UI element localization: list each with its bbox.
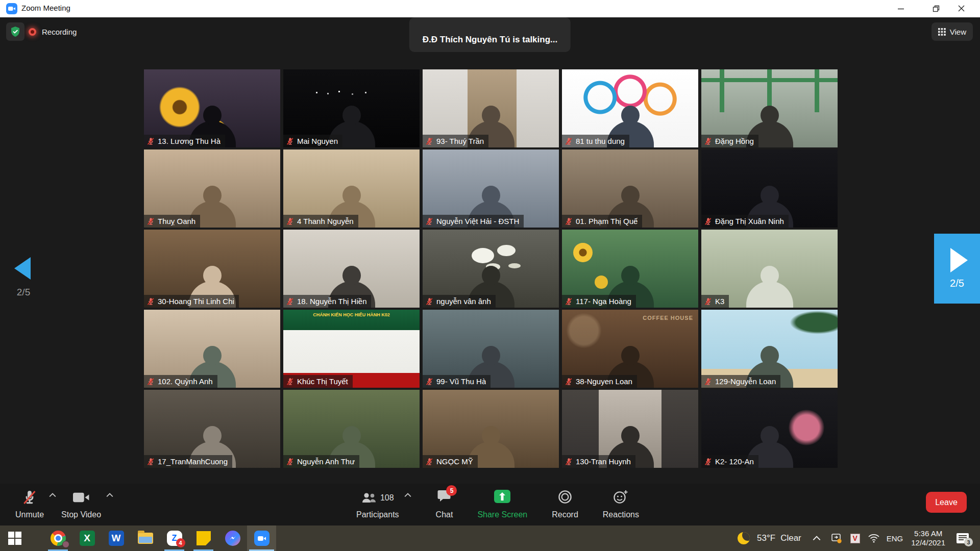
participant-name-tag: 30-Hoang Thi Linh Chi — [144, 295, 239, 308]
taskbar-messenger[interactable] — [218, 525, 247, 551]
participant-name: 99- Vũ Thu Hà — [436, 377, 486, 386]
participant-tile[interactable]: 130-Tran Huynh — [562, 390, 698, 468]
person-silhouette-head — [203, 186, 222, 205]
participant-tile[interactable]: 01. Phạm Thị Quế — [562, 149, 698, 228]
restore-button[interactable] — [924, 0, 948, 17]
muted-mic-icon — [426, 458, 433, 466]
taskbar-zalo[interactable]: Z 4 — [160, 525, 189, 551]
person-silhouette-head — [482, 266, 500, 285]
stop-video-button[interactable]: Stop Video — [61, 489, 101, 519]
person-silhouette-head — [342, 106, 361, 125]
participant-name: 17_TranManhCuong — [158, 457, 228, 466]
previous-page-arrow[interactable] — [14, 257, 31, 280]
window-title: Zoom Meeting — [21, 4, 70, 12]
participant-tile[interactable]: K2- 120-An — [701, 390, 838, 468]
participant-name: K3 — [715, 297, 724, 306]
participant-tile[interactable]: Đặng Hồng — [701, 69, 838, 147]
messenger-icon — [225, 531, 240, 546]
participant-tile[interactable]: CHÁNH KIẾN HỌC HIỂU HÀNH K02 Khúc Thị Tu… — [283, 310, 420, 388]
participants-options-caret[interactable] — [404, 493, 411, 497]
participant-tile[interactable]: nguyễn vân ânh — [423, 230, 559, 308]
muted-mic-icon — [704, 458, 712, 466]
unmute-button[interactable]: Unmute — [15, 489, 44, 519]
minimize-button[interactable] — [889, 0, 913, 17]
close-button[interactable] — [949, 0, 973, 17]
record-button[interactable]: Record — [552, 489, 578, 519]
tray-sync-icon[interactable] — [831, 533, 842, 544]
taskbar-zoom-active[interactable] — [247, 525, 276, 551]
video-options-caret[interactable] — [106, 493, 113, 497]
participant-name: 93- Thuý Trần — [436, 137, 484, 145]
participant-tile[interactable]: K3 — [701, 230, 838, 308]
next-page-button[interactable]: 2/5 — [934, 234, 980, 304]
record-label: Record — [552, 510, 578, 519]
view-button-label: View — [950, 28, 966, 36]
muted-mic-icon — [565, 458, 573, 466]
participants-icon — [361, 492, 377, 504]
tray-expand-caret[interactable] — [813, 536, 821, 541]
participant-name: Thuỵ Oanh — [158, 217, 195, 226]
muted-mic-icon — [286, 378, 294, 386]
participant-tile[interactable]: 99- Vũ Thu Hà — [423, 310, 559, 388]
audio-options-caret[interactable] — [49, 493, 56, 497]
unikey-tray-icon[interactable]: V — [850, 534, 860, 543]
participant-name-tag: 18. Nguyễn Thị Hiền — [283, 295, 371, 308]
reactions-button[interactable]: Reactions — [603, 489, 639, 519]
person-silhouette-head — [203, 266, 222, 285]
participant-tile[interactable]: 17_TranManhCuong — [144, 390, 280, 468]
weather-condition[interactable]: Clear — [780, 533, 801, 543]
taskbar-file-explorer[interactable] — [131, 525, 160, 551]
language-indicator[interactable]: ENG — [887, 534, 903, 543]
participant-name: 18. Nguyễn Thị Hiền — [297, 297, 366, 306]
muted-mic-icon — [286, 137, 294, 145]
view-button[interactable]: View — [932, 22, 973, 41]
participant-name-tag: 129-Nguyễn Loan — [701, 375, 780, 388]
muted-mic-icon — [147, 297, 155, 306]
reactions-smiley-icon — [613, 490, 628, 504]
taskbar-sticky-notes[interactable] — [189, 525, 218, 551]
muted-mic-icon — [147, 217, 155, 226]
security-shield-icon[interactable] — [6, 22, 24, 41]
participant-tile[interactable]: 30-Hoang Thi Linh Chi — [144, 230, 280, 308]
participant-tile[interactable]: Nguyễn Việt Hải - ĐSTH — [423, 149, 559, 228]
wifi-icon[interactable] — [868, 534, 879, 543]
windows-taskbar: X W Z 4 53°F Clear V — [0, 525, 980, 551]
participant-tile[interactable]: COFFEE HOUSE 38-Nguyen Loan — [562, 310, 698, 388]
action-center-button[interactable]: 3 — [957, 533, 969, 543]
person-silhouette-head — [621, 426, 640, 445]
weather-temperature[interactable]: 53°F — [757, 533, 775, 543]
participant-name-tag: Mai Nguyen — [283, 135, 342, 147]
participant-tile[interactable]: 13. Lương Thu Hà — [144, 69, 280, 147]
participant-tile[interactable]: 18. Nguyễn Thị Hiền — [283, 230, 420, 308]
participant-name-tag: K2- 120-An — [701, 455, 758, 468]
participant-tile[interactable]: Mai Nguyen — [283, 69, 420, 147]
participant-tile[interactable]: Thuỵ Oanh — [144, 149, 280, 228]
zalo-notification-badge: 4 — [176, 538, 185, 547]
participant-tile[interactable]: 81 tu thu dung — [562, 69, 698, 147]
participant-tile[interactable]: NGỌC MỸ — [423, 390, 559, 468]
share-screen-button[interactable]: Share Screen — [477, 489, 527, 519]
participant-name-tag: 93- Thuý Trần — [423, 135, 488, 147]
participant-tile[interactable]: 102. Quỳnh Anh — [144, 310, 280, 388]
muted-mic-icon — [286, 217, 294, 226]
participant-name: 129-Nguyễn Loan — [715, 377, 776, 386]
chat-button[interactable]: 5 Chat — [436, 489, 453, 519]
recording-indicator-icon — [29, 28, 36, 36]
participants-button[interactable]: 108 Participants — [356, 489, 399, 519]
clock[interactable]: 5:36 AM 12/4/2021 — [911, 529, 945, 547]
participant-tile[interactable]: 117- Nga Hoàng — [562, 230, 698, 308]
participant-tile[interactable]: 4 Thanh Nguyễn — [283, 149, 420, 228]
participants-count: 108 — [380, 493, 394, 503]
participant-tile[interactable]: Đặng Thị Xuân Ninh — [701, 149, 838, 228]
participant-name-tag: 102. Quỳnh Anh — [144, 375, 217, 388]
participant-tile[interactable]: Nguyễn Anh Thư — [283, 390, 420, 468]
taskbar-excel[interactable]: X — [72, 525, 102, 551]
start-button[interactable] — [0, 525, 29, 551]
participant-tile[interactable]: 93- Thuý Trần — [423, 69, 559, 147]
leave-button[interactable]: Leave — [926, 492, 967, 513]
participant-name-tag: 81 tu thu dung — [562, 135, 629, 147]
participant-tile[interactable]: 129-Nguyễn Loan — [701, 310, 838, 388]
taskbar-chrome[interactable] — [43, 525, 72, 551]
taskbar-word[interactable]: W — [102, 525, 131, 551]
page-indicator-right: 2/5 — [950, 278, 964, 289]
